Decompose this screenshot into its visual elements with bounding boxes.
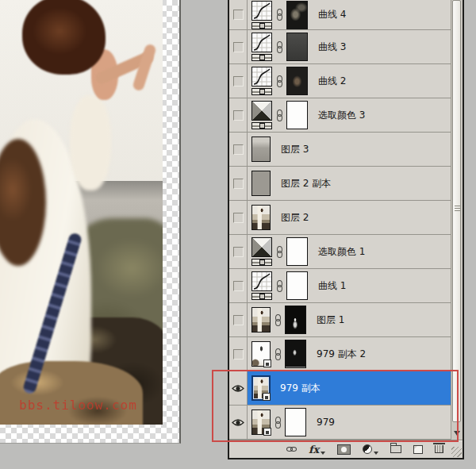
layer-row-selective-color-1[interactable]: 选取颜色 1 bbox=[229, 235, 451, 269]
layer-row-curves-4[interactable]: 曲线 4 bbox=[229, 0, 451, 30]
visibility-checkbox-empty[interactable] bbox=[233, 144, 244, 155]
layer-mask-thumbnail[interactable] bbox=[285, 340, 306, 368]
layer-name[interactable]: 979 副本 bbox=[280, 382, 321, 395]
curves-adjustment-icon[interactable] bbox=[251, 33, 272, 61]
trash-icon bbox=[435, 445, 443, 453]
layer-row-curves-3[interactable]: 曲线 3 bbox=[229, 30, 451, 64]
visibility-checkbox-empty[interactable] bbox=[233, 110, 244, 121]
visibility-toggle[interactable] bbox=[229, 30, 248, 63]
visibility-checkbox-empty[interactable] bbox=[233, 349, 244, 359]
layer-row-979-copy-2[interactable]: 979 副本 2 bbox=[229, 337, 451, 371]
new-layer-button[interactable] bbox=[413, 442, 423, 456]
layer-mask-icon bbox=[337, 444, 351, 455]
curves-adjustment-icon[interactable] bbox=[251, 67, 272, 95]
layer-row-layer-2-copy[interactable]: 图层 2 副本 bbox=[229, 167, 451, 201]
visibility-toggle[interactable] bbox=[229, 167, 248, 200]
curves-adjustment-icon[interactable] bbox=[251, 271, 272, 300]
visibility-toggle[interactable] bbox=[229, 201, 248, 234]
smart-object-badge-icon bbox=[263, 393, 271, 401]
layer-row-layer-3[interactable]: 图层 3 bbox=[229, 133, 451, 167]
layer-row-layer-1[interactable]: 图层 1 bbox=[229, 303, 451, 337]
scrollbar-thumb[interactable] bbox=[452, 0, 461, 422]
selective-color-adjustment-icon[interactable] bbox=[251, 237, 272, 266]
layer-name[interactable]: 图层 2 bbox=[281, 211, 309, 225]
selective-color-adjustment-icon[interactable] bbox=[251, 101, 272, 129]
layer-name[interactable]: 图层 3 bbox=[281, 143, 309, 156]
visibility-toggle[interactable] bbox=[229, 269, 248, 302]
add-layer-style-button[interactable]: fx bbox=[309, 442, 325, 456]
opacity-slider-icon bbox=[251, 88, 272, 95]
visibility-checkbox-empty[interactable] bbox=[233, 213, 244, 223]
scrollbar-down-button[interactable] bbox=[452, 429, 461, 438]
layer-mask-thumbnail[interactable] bbox=[286, 33, 308, 61]
visibility-checkbox-empty[interactable] bbox=[233, 315, 244, 325]
visibility-checkbox-empty[interactable] bbox=[233, 179, 244, 189]
new-adjustment-layer-button[interactable] bbox=[363, 442, 378, 456]
curves-adjustment-icon[interactable] bbox=[251, 1, 272, 29]
link-mask-icon bbox=[275, 41, 283, 53]
visibility-toggle[interactable] bbox=[229, 98, 248, 132]
layer-mask-thumbnail[interactable] bbox=[286, 237, 308, 266]
layer-name[interactable]: 选取颜色 3 bbox=[318, 109, 365, 122]
visibility-toggle[interactable] bbox=[229, 303, 248, 336]
opacity-slider-icon bbox=[251, 22, 272, 29]
layer-mask-thumbnail[interactable] bbox=[286, 271, 308, 300]
eye-icon[interactable] bbox=[232, 418, 244, 427]
eye-icon[interactable] bbox=[232, 384, 244, 393]
layer-mask-thumbnail[interactable] bbox=[285, 306, 306, 334]
layer-row-curves-1[interactable]: 曲线 1 bbox=[229, 269, 451, 303]
new-layer-icon bbox=[413, 445, 423, 454]
visibility-toggle[interactable] bbox=[229, 337, 248, 371]
visibility-toggle[interactable] bbox=[229, 406, 248, 439]
layer-row-curves-2[interactable]: 曲线 2 bbox=[229, 64, 451, 98]
photo-woman-on-rocks: bbs.tiloow.com bbox=[0, 0, 163, 425]
link-mask-icon bbox=[275, 110, 283, 121]
layer-name[interactable]: 图层 2 副本 bbox=[281, 177, 331, 190]
layer-name[interactable]: 图层 1 bbox=[317, 313, 344, 327]
new-group-button[interactable] bbox=[390, 442, 401, 456]
delete-layer-button[interactable] bbox=[435, 442, 443, 456]
layer-name[interactable]: 979 bbox=[317, 417, 335, 428]
photo-tan-rocks bbox=[0, 361, 143, 425]
visibility-checkbox-empty[interactable] bbox=[233, 76, 244, 86]
dropdown-arrow-icon bbox=[374, 452, 378, 455]
layer-thumbnail[interactable] bbox=[251, 341, 271, 367]
visibility-toggle[interactable] bbox=[229, 133, 248, 166]
scrollbar-grip-icon bbox=[455, 206, 460, 213]
layer-name[interactable]: 979 副本 2 bbox=[317, 348, 366, 361]
layer-mask-thumbnail[interactable] bbox=[286, 101, 308, 129]
visibility-toggle[interactable] bbox=[229, 371, 248, 405]
visibility-checkbox-empty[interactable] bbox=[233, 247, 244, 257]
layer-thumbnail[interactable] bbox=[251, 205, 271, 230]
smart-object-badge-icon bbox=[263, 428, 271, 436]
panel-resize-grip[interactable] bbox=[451, 447, 462, 457]
visibility-checkbox-empty[interactable] bbox=[233, 42, 244, 52]
layer-name[interactable]: 曲线 3 bbox=[318, 40, 346, 54]
layer-name[interactable]: 曲线 4 bbox=[318, 8, 346, 21]
visibility-toggle[interactable] bbox=[229, 64, 248, 98]
visibility-toggle[interactable] bbox=[229, 0, 248, 29]
layer-name[interactable]: 选取颜色 1 bbox=[318, 245, 365, 259]
layer-name[interactable]: 曲线 1 bbox=[318, 279, 346, 293]
opacity-slider-icon bbox=[251, 54, 272, 61]
layer-thumbnail[interactable] bbox=[251, 307, 271, 333]
layer-row-selective-color-3[interactable]: 选取颜色 3 bbox=[229, 98, 451, 133]
layer-row-979[interactable]: 979 bbox=[229, 406, 451, 440]
visibility-checkbox-empty[interactable] bbox=[233, 10, 244, 20]
layer-row-layer-2[interactable]: 图层 2 bbox=[229, 201, 451, 235]
layer-row-979-copy-selected[interactable]: 979 副本 bbox=[229, 371, 451, 406]
layer-mask-thumbnail[interactable] bbox=[286, 1, 308, 29]
link-layers-button[interactable] bbox=[286, 442, 297, 456]
layer-thumbnail[interactable] bbox=[251, 375, 271, 401]
layer-mask-thumbnail[interactable] bbox=[286, 67, 308, 95]
link-mask-icon bbox=[275, 75, 283, 87]
add-layer-mask-button[interactable] bbox=[337, 442, 351, 456]
visibility-checkbox-empty[interactable] bbox=[233, 281, 244, 291]
panel-scrollbar[interactable] bbox=[451, 0, 463, 440]
layer-thumbnail[interactable] bbox=[251, 171, 271, 196]
layer-name[interactable]: 曲线 2 bbox=[318, 75, 346, 88]
layer-thumbnail[interactable] bbox=[251, 409, 271, 435]
visibility-toggle[interactable] bbox=[229, 235, 248, 268]
layer-thumbnail[interactable] bbox=[251, 136, 271, 162]
layer-mask-thumbnail[interactable] bbox=[285, 408, 306, 436]
